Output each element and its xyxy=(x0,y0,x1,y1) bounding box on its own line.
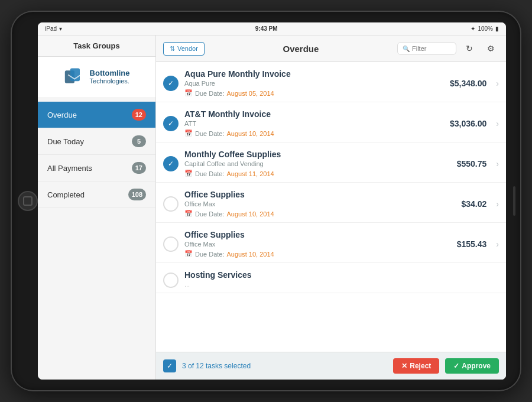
invoice-info-3: Monthly Coffee Supplies Capital Coffee a… xyxy=(184,150,451,177)
nav-item-overdue[interactable]: Overdue 12 xyxy=(38,102,155,128)
tablet-screen: iPad ▾ 9:43 PM ✦ 100% ▮ Task Groups xyxy=(38,22,506,380)
due-date-3: August 11, 2014 xyxy=(227,170,274,177)
refresh-icon: ↻ xyxy=(466,44,473,53)
invoice-vendor-2: ATT xyxy=(184,120,444,127)
ipad-label: iPad xyxy=(45,25,57,32)
invoice-due-2: 📅 Due Date: August 10, 2014 xyxy=(184,129,444,137)
search-icon: 🔍 xyxy=(403,46,410,52)
nav-label-all-payments: All Payments xyxy=(47,164,92,173)
time-display: 9:43 PM xyxy=(255,25,278,32)
wifi-icon: ▾ xyxy=(59,25,62,32)
approve-label: Approve xyxy=(462,362,491,370)
approve-icon: ✓ xyxy=(453,362,459,370)
calendar-icon-4: 📅 xyxy=(184,210,193,218)
reject-button[interactable]: ✕ Reject xyxy=(393,358,439,374)
status-left: iPad ▾ xyxy=(45,25,62,32)
calendar-icon-5: 📅 xyxy=(184,250,193,258)
invoice-item-4[interactable]: Office Supplies Office Max 📅 Due Date: A… xyxy=(156,183,506,223)
check-circle-1[interactable]: ✓ xyxy=(163,76,179,91)
power-button[interactable] xyxy=(513,186,515,216)
invoice-amount-5: $155.43 xyxy=(457,239,487,249)
settings-button[interactable]: ⚙ xyxy=(482,40,499,57)
toolbar: ⇅ Vendor Overdue 🔍 ↻ ⚙ xyxy=(156,35,506,62)
check-circle-6[interactable] xyxy=(163,273,179,288)
invoice-item-5[interactable]: Office Supplies Office Max 📅 Due Date: A… xyxy=(156,223,506,263)
refresh-button[interactable]: ↻ xyxy=(461,40,478,57)
invoice-vendor-1: Aqua Pure xyxy=(184,80,444,87)
invoice-info-4: Office Supplies Office Max 📅 Due Date: A… xyxy=(184,190,456,218)
invoice-title-3: Monthly Coffee Supplies xyxy=(184,150,451,159)
sort-icon: ⇅ xyxy=(170,45,175,53)
sidebar: Task Groups Bottomline Technologies. xyxy=(38,35,156,380)
invoice-item-1[interactable]: ✓ Aqua Pure Monthly Invoice Aqua Pure 📅 … xyxy=(156,62,506,102)
chevron-right-3: › xyxy=(496,159,499,168)
nav-label-overdue: Overdue xyxy=(47,111,77,119)
invoice-title-1: Aqua Pure Monthly Invoice xyxy=(184,69,444,79)
approve-button[interactable]: ✓ Approve xyxy=(445,358,499,374)
invoice-list: ✓ Aqua Pure Monthly Invoice Aqua Pure 📅 … xyxy=(156,62,506,352)
check-circle-5[interactable] xyxy=(163,236,179,252)
check-icon-1: ✓ xyxy=(168,79,174,87)
invoice-item-2[interactable]: ✓ AT&T Monthly Invoice ATT 📅 Due Date: A… xyxy=(156,102,506,142)
filter-input-wrap: 🔍 xyxy=(397,42,456,55)
invoice-vendor-4: Office Max xyxy=(184,200,456,208)
nav-item-all-payments[interactable]: All Payments 17 xyxy=(38,155,155,181)
logo-area: Bottomline Technologies. xyxy=(38,57,155,97)
nav-item-due-today[interactable]: Due Today 5 xyxy=(38,128,155,155)
due-date-5: August 10, 2014 xyxy=(227,251,274,258)
tablet-device: iPad ▾ 9:43 PM ✦ 100% ▮ Task Groups xyxy=(12,12,520,390)
check-circle-4[interactable] xyxy=(163,196,179,212)
chevron-right-4: › xyxy=(496,199,499,209)
nav-items: Overdue 12 Due Today 5 All Payments 17 C… xyxy=(38,97,155,380)
invoice-amount-2: $3,036.00 xyxy=(450,119,486,128)
invoice-vendor-3: Capital Coffee and Vending xyxy=(184,160,451,167)
main-panel: ⇅ Vendor Overdue 🔍 ↻ ⚙ xyxy=(156,35,506,380)
sidebar-header: Task Groups xyxy=(38,35,155,57)
invoice-amount-3: $550.75 xyxy=(457,159,487,168)
check-mark-icon: ✓ xyxy=(167,362,173,370)
invoice-vendor-6: ... xyxy=(184,281,499,288)
check-circle-2[interactable]: ✓ xyxy=(163,116,179,131)
nav-item-completed[interactable]: Completed 108 xyxy=(38,181,155,208)
nav-label-due-today: Due Today xyxy=(47,137,84,146)
chevron-right-5: › xyxy=(496,239,499,249)
invoice-title-4: Office Supplies xyxy=(184,190,456,199)
invoice-due-4: 📅 Due Date: August 10, 2014 xyxy=(184,210,456,218)
toolbar-title: Overdue xyxy=(209,44,392,54)
invoice-info-6: Hosting Services ... xyxy=(184,270,499,290)
check-circle-3[interactable]: ✓ xyxy=(163,156,179,171)
battery-label: 100% xyxy=(478,25,493,32)
brand-sub: Technologies. xyxy=(90,77,130,85)
invoice-title-2: AT&T Monthly Invoice xyxy=(184,109,444,119)
nav-badge-all-payments: 17 xyxy=(132,162,146,174)
chevron-right-2: › xyxy=(496,119,499,128)
brand-name: Bottomline xyxy=(90,69,130,77)
due-date-1: August 05, 2014 xyxy=(227,90,274,97)
logo-text: Bottomline Technologies. xyxy=(90,69,130,85)
sort-vendor-button[interactable]: ⇅ Vendor xyxy=(163,42,205,56)
app-container: Task Groups Bottomline Technologies. xyxy=(38,35,506,380)
invoice-due-5: 📅 Due Date: August 10, 2014 xyxy=(184,250,451,258)
nav-badge-completed: 108 xyxy=(128,189,146,200)
home-button-inner xyxy=(23,196,33,206)
invoice-item-6[interactable]: Hosting Services ... xyxy=(156,263,506,293)
due-label-3: Due Date: xyxy=(195,170,225,177)
battery-icon: ▮ xyxy=(495,25,499,32)
invoice-item-3[interactable]: ✓ Monthly Coffee Supplies Capital Coffee… xyxy=(156,142,506,183)
invoice-amount-4: $34.02 xyxy=(462,199,487,209)
bluetooth-icon: ✦ xyxy=(471,25,475,32)
chevron-right-1: › xyxy=(496,79,499,88)
due-date-4: August 10, 2014 xyxy=(227,210,274,218)
check-icon-2: ✓ xyxy=(168,119,174,128)
selected-count-text: 3 of 12 tasks selected xyxy=(182,362,387,370)
filter-input[interactable] xyxy=(412,45,453,52)
bottomline-logo-icon xyxy=(64,66,85,87)
invoice-info-2: AT&T Monthly Invoice ATT 📅 Due Date: Aug… xyxy=(184,109,444,137)
invoice-amount-1: $5,348.00 xyxy=(450,79,486,88)
sort-label: Vendor xyxy=(177,45,198,52)
due-label-1: Due Date: xyxy=(195,90,225,97)
due-label-4: Due Date: xyxy=(195,210,225,218)
home-button[interactable] xyxy=(18,191,38,211)
reject-label: Reject xyxy=(410,362,431,370)
invoice-vendor-5: Office Max xyxy=(184,241,451,248)
